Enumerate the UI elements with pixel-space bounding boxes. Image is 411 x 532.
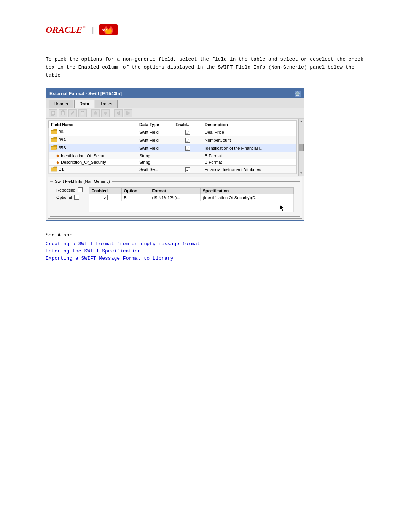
svg-text:®: ® [83, 25, 86, 29]
description-cell: Identification of the Financial I... [202, 144, 296, 152]
row-icon: 90a [51, 129, 65, 134]
toolbar-paste-btn[interactable] [59, 109, 67, 117]
toolbar [46, 108, 304, 119]
repeating-row: Repeating [56, 187, 83, 192]
logo-divider: | [92, 26, 94, 34]
row-icon: B1 [51, 166, 64, 172]
field-info-content: Repeating Optional Enabled [53, 185, 297, 215]
toolbar-edit-btn[interactable] [68, 109, 77, 117]
toolbar-right-btn[interactable] [124, 109, 132, 117]
field-info-left: Repeating Optional [56, 187, 83, 212]
table-row[interactable]: B1 Swift Se... ✓ Financial Instrument At… [49, 166, 296, 174]
field-name-cell: 90a [49, 128, 137, 136]
link-exporting-swift-format[interactable]: Exporting a SWIFT Message Format to Libr… [46, 256, 365, 261]
scroll-down-arrow[interactable]: ▼ [299, 171, 304, 176]
table-row[interactable]: 99A Swift Field ✓ NumberCount [49, 136, 296, 144]
tabs-bar: Header Data Trailer [46, 98, 304, 108]
col-description: Description [202, 121, 296, 128]
table-row[interactable]: ◆ Identification_Of_Secur String B Forma… [49, 152, 296, 159]
folder-icon [51, 166, 57, 172]
diamond-icon: ◆ [56, 153, 59, 158]
enabled-cell[interactable]: ✓ [173, 128, 202, 136]
table-scrollbar[interactable]: ▲ ▼ [298, 119, 304, 176]
optional-checkbox[interactable] [74, 195, 79, 200]
folder-icon [51, 129, 57, 134]
row-icon: 99A [51, 137, 66, 142]
tab-trailer[interactable]: Trailer [95, 100, 118, 108]
table-container: Field Name Data Type Enabl... Descriptio… [48, 120, 297, 174]
scroll-up-arrow[interactable]: ▲ [299, 119, 304, 124]
svg-rect-11 [81, 112, 84, 115]
fi-specification-cell: (Identification Of Security)(D... [200, 194, 293, 201]
field-info-panel: Swift Field Info (Non-Generic) Repeating… [48, 177, 302, 219]
data-type-cell: Swift Field [137, 136, 173, 144]
table-row[interactable]: 35B Swift Field ✓ Identification of the … [49, 144, 296, 152]
col-specification: Specification [200, 188, 293, 194]
col-format: Format [150, 188, 200, 194]
checkbox-checked[interactable]: ✓ [185, 138, 190, 143]
description-cell: B Format [202, 152, 296, 159]
table-header-row: Field Name Data Type Enabl... Descriptio… [49, 121, 296, 128]
see-also-section: See Also: Creating a SWIFT Format from a… [46, 232, 365, 261]
field-name-cell: 35B [49, 144, 137, 152]
fi-format-cell: (ISIN1!e12!c)... [150, 194, 200, 201]
checkbox-checked-gray[interactable]: ✓ [185, 146, 190, 151]
svg-marker-17 [116, 111, 119, 115]
table-wrapper: Field Name Data Type Enabl... Descriptio… [46, 119, 304, 176]
enabled-cell [173, 159, 202, 166]
toolbar-delete-btn[interactable] [78, 109, 87, 117]
table-main: Field Name Data Type Enabl... Descriptio… [46, 119, 298, 176]
repeating-checkbox[interactable] [78, 187, 83, 192]
panel-titlebar: External Format - Swift [MT543In] ↗ [46, 89, 304, 98]
checkbox-checked[interactable]: ✓ [185, 130, 190, 135]
diamond-icon: ◆ [56, 160, 59, 165]
checkbox-checked[interactable]: ✓ [185, 167, 190, 172]
svg-marker-19 [127, 111, 130, 115]
table-row[interactable]: 90a Swift Field ✓ Deal Price [49, 128, 296, 136]
toolbar-up-btn[interactable] [91, 109, 100, 117]
description-cell: B Format [202, 159, 296, 166]
col-option: Option [121, 188, 150, 194]
fi-checkbox-checked[interactable]: ✓ [103, 195, 108, 200]
svg-rect-9 [62, 111, 64, 112]
row-icon: ◆ Identification_Of_Secur [56, 153, 104, 158]
intro-paragraph: To pick the options for a non-generic fi… [46, 56, 365, 79]
tab-data[interactable]: Data [74, 100, 94, 108]
field-name-cell: ◆ Identification_Of_Secur [49, 152, 137, 159]
scroll-thumb[interactable] [299, 144, 304, 151]
enabled-cell[interactable]: ✓ [173, 136, 202, 144]
toolbar-copy-btn[interactable] [49, 109, 57, 117]
table-row[interactable]: ◆ Description_Of_Security String B Forma… [49, 159, 296, 166]
panel-title: External Format - Swift [MT543In] [49, 91, 122, 96]
fi-enabled-cell[interactable]: ✓ [89, 194, 121, 201]
field-info-table: Enabled Option Format Specification ✓ [89, 187, 294, 212]
field-info-empty-row [89, 201, 294, 212]
field-info-table-container: Enabled Option Format Specification ✓ [89, 187, 294, 212]
data-table: Field Name Data Type Enabl... Descriptio… [48, 121, 296, 174]
data-type-cell: Swift Field [137, 144, 173, 152]
data-type-cell: String [137, 159, 173, 166]
link-entering-swift-spec[interactable]: Entering the SWIFT Specification [46, 248, 365, 254]
optional-label: Optional [56, 195, 72, 200]
data-type-cell: String [137, 152, 173, 159]
data-type-cell: Swift Field [137, 128, 173, 136]
tab-header[interactable]: Header [49, 100, 73, 108]
toolbar-down-btn[interactable] [101, 109, 110, 117]
svg-marker-15 [94, 111, 97, 114]
panel-icon[interactable]: ↗ [295, 91, 301, 97]
page: ORACLE ® | bea To pick the options for a… [0, 0, 411, 286]
field-name-cell: B1 [49, 166, 137, 174]
main-panel: External Format - Swift [MT543In] ↗ Head… [46, 88, 304, 221]
toolbar-left-btn[interactable] [114, 109, 123, 117]
description-cell: Deal Price [202, 128, 296, 136]
field-info-row[interactable]: ✓ B (ISIN1!e12!c)... (Identification Of … [89, 194, 294, 201]
svg-text:ORACLE: ORACLE [46, 25, 82, 35]
enabled-cell[interactable]: ✓ [173, 166, 202, 174]
svg-text:bea: bea [102, 28, 108, 32]
row-icon: 35B [51, 145, 66, 150]
repeating-label: Repeating [56, 188, 75, 192]
svg-text:↗: ↗ [296, 93, 299, 95]
link-creating-swift-format[interactable]: Creating a SWIFT Format from an empty me… [46, 241, 365, 247]
enabled-cell[interactable]: ✓ [173, 144, 202, 152]
description-cell: Financial Instrument Attributes [202, 166, 296, 174]
